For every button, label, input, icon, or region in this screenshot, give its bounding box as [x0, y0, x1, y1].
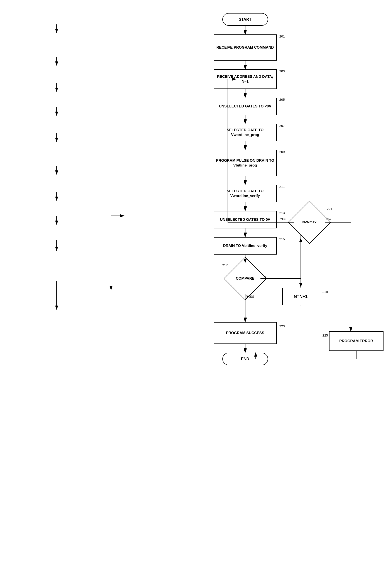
node-223: PROGRAM SUCCESS — [214, 322, 277, 344]
label-205: 205 — [280, 98, 285, 101]
label-207: 207 — [280, 124, 285, 128]
fail-label: FAIL — [263, 275, 270, 279]
pass-label: PASS — [246, 295, 254, 298]
label-225: 225 — [322, 334, 328, 337]
node-209: PROGRAM PULSE ON DRAIN TO Vbitline_prog — [214, 150, 277, 176]
label-217: 217 — [222, 263, 228, 267]
label-209: 209 — [280, 150, 285, 154]
node-221-text: N<Nmax — [294, 207, 325, 237]
node-219: N=N+1 — [282, 288, 319, 305]
node-215: DRAIN TO Vbitline_verify — [214, 237, 277, 254]
label-221: 221 — [327, 207, 332, 211]
node-213: UNSELECTED GATES TO 0V — [214, 211, 277, 228]
end-box: END — [222, 353, 268, 365]
node-201: RECEIVE PROGRAM COMMAND — [214, 35, 277, 61]
node-225: PROGRAM ERROR — [329, 331, 384, 351]
start-box: START — [222, 13, 268, 26]
label-201: 201 — [280, 35, 285, 38]
label-211: 211 — [280, 185, 285, 188]
no-label: NO — [326, 217, 332, 220]
label-219: 219 — [322, 290, 328, 294]
label-213: 213 — [280, 211, 285, 215]
node-203: RECEIVE ADDRESS AND DATA; N=1 — [214, 69, 277, 89]
label-203: 203 — [280, 69, 285, 73]
label-215: 215 — [280, 237, 285, 241]
yes-label: YES — [280, 217, 286, 220]
node-211: SELECTED GATE TO Vwordline_verify — [214, 185, 277, 202]
node-205: UNSELECTED GATES TO <0V — [214, 98, 277, 115]
node-207: SELECTED GATE TO Vwordline_prog — [214, 124, 277, 141]
node-217-text: COMPARE — [230, 263, 260, 294]
label-223: 223 — [280, 324, 285, 328]
